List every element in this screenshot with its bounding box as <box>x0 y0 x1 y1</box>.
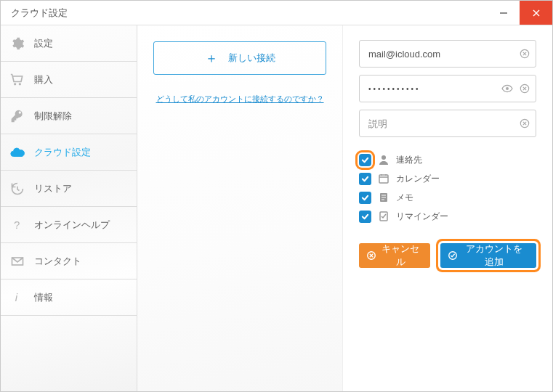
sidebar-item-unlock[interactable]: 制限解除 <box>1 98 137 134</box>
checkbox[interactable] <box>359 192 371 204</box>
clear-icon[interactable] <box>519 48 530 60</box>
option-label: カレンダー <box>396 173 440 185</box>
sidebar-item-label: リストア <box>34 182 72 195</box>
option-label: 連絡先 <box>396 154 422 166</box>
sidebar-item-label: クラウド設定 <box>34 146 91 159</box>
new-connection-button[interactable]: ＋ 新しい接続 <box>153 41 326 75</box>
description-field-wrap <box>359 110 536 137</box>
sidebar-item-label: 設定 <box>34 37 53 50</box>
option-label: メモ <box>396 192 413 204</box>
form-panel: 連絡先 カレンダー メモ リマインダー <box>343 25 552 391</box>
contact-icon <box>377 153 390 166</box>
svg-text:?: ? <box>14 219 20 231</box>
reminder-icon <box>377 210 390 223</box>
password-field-wrap <box>359 75 536 102</box>
cart-icon <box>9 72 25 88</box>
clear-icon[interactable] <box>519 118 530 129</box>
option-notes[interactable]: メモ <box>359 191 536 204</box>
sidebar-item-label: コンタクト <box>34 255 81 268</box>
cancel-icon <box>366 250 376 261</box>
checkbox[interactable] <box>359 173 371 185</box>
app-body: 設定 購入 制限解除 クラウド設定 リストア ? オンラインヘルプ <box>1 25 552 391</box>
description-trail <box>519 110 530 137</box>
sidebar-item-purchase[interactable]: 購入 <box>1 62 137 98</box>
password-trail <box>501 75 530 102</box>
option-label: リマインダー <box>396 211 448 223</box>
email-field-wrap <box>359 40 536 68</box>
sidebar-item-label: 制限解除 <box>34 110 72 123</box>
action-row: キャンセル アカウントを追加 <box>359 243 536 268</box>
window-controls <box>487 1 552 25</box>
memo-icon <box>377 191 390 204</box>
app-window: クラウド設定 設定 購入 制限解除 <box>0 0 553 392</box>
window-title: クラウド設定 <box>11 7 68 20</box>
add-account-button[interactable]: アカウントを追加 <box>440 243 536 268</box>
svg-text:i: i <box>15 291 18 303</box>
sidebar-item-cloud-settings[interactable]: クラウド設定 <box>1 134 137 171</box>
sidebar-item-restore[interactable]: リストア <box>1 171 137 207</box>
description-field[interactable] <box>359 110 536 137</box>
key-icon <box>9 108 25 124</box>
option-contacts[interactable]: 連絡先 <box>359 153 536 166</box>
sidebar-item-settings[interactable]: 設定 <box>1 25 137 62</box>
cancel-button[interactable]: キャンセル <box>359 243 430 268</box>
eye-icon[interactable] <box>501 83 513 94</box>
middle-panel: ＋ 新しい接続 どうして私のアカウントに接続するのですか？ <box>137 25 343 391</box>
calendar-icon <box>377 172 390 185</box>
option-calendar[interactable]: カレンダー <box>359 172 536 185</box>
sidebar-item-contact[interactable]: コンタクト <box>1 243 137 279</box>
sync-options: 連絡先 カレンダー メモ リマインダー <box>359 153 536 223</box>
email-field[interactable] <box>359 40 536 68</box>
sidebar-item-info[interactable]: i 情報 <box>1 279 137 316</box>
cancel-label: キャンセル <box>381 242 420 269</box>
sidebar-item-label: オンラインヘルプ <box>34 219 110 232</box>
svg-point-9 <box>506 87 509 90</box>
add-label: アカウントを追加 <box>462 242 526 269</box>
plus-icon: ＋ <box>205 49 218 67</box>
help-icon: ? <box>9 217 25 233</box>
new-connection-label: 新しい接続 <box>228 52 275 65</box>
checkbox[interactable] <box>359 211 371 223</box>
svg-rect-17 <box>379 175 388 183</box>
cloud-icon <box>9 144 25 160</box>
titlebar: クラウド設定 <box>1 1 552 25</box>
close-button[interactable] <box>520 1 552 25</box>
minimize-button[interactable] <box>487 1 520 25</box>
info-icon: i <box>9 290 25 306</box>
sidebar: 設定 購入 制限解除 クラウド設定 リストア ? オンラインヘルプ <box>1 25 137 391</box>
restore-icon <box>9 181 25 197</box>
clear-icon[interactable] <box>519 83 530 94</box>
sidebar-item-label: 情報 <box>34 291 53 304</box>
check-circle-icon <box>448 250 458 261</box>
checkbox[interactable] <box>359 154 371 166</box>
option-reminders[interactable]: リマインダー <box>359 210 536 223</box>
sidebar-item-online-help[interactable]: ? オンラインヘルプ <box>1 207 137 243</box>
svg-point-16 <box>382 155 386 160</box>
mail-icon <box>9 253 25 269</box>
sidebar-item-label: 購入 <box>34 73 53 86</box>
email-trail <box>519 40 530 68</box>
why-connect-link[interactable]: どうして私のアカウントに接続するのですか？ <box>153 94 326 105</box>
gear-icon <box>9 36 25 52</box>
